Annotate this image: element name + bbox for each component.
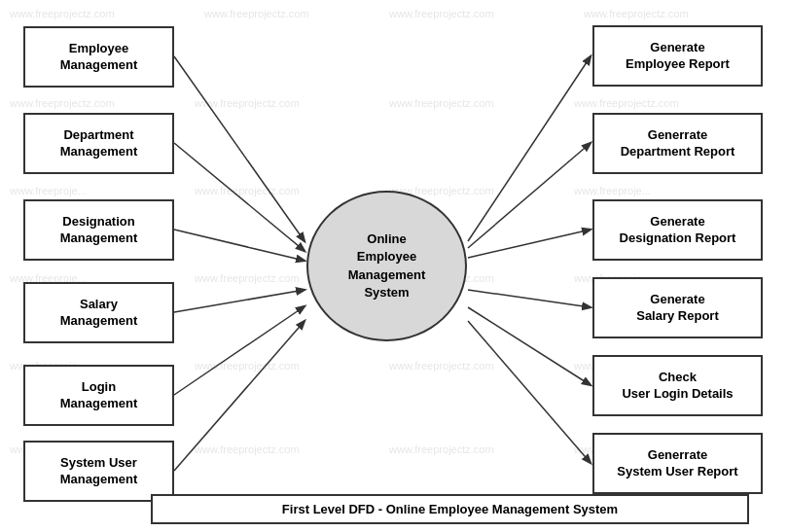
box-gen-salary-report: GenerateSalary Report	[592, 277, 763, 338]
svg-line-1	[174, 143, 304, 251]
watermark-6: www.freeprojectz.com	[195, 97, 300, 109]
svg-line-8	[468, 230, 591, 258]
box-check-login: CheckUser Login Details	[592, 355, 763, 416]
svg-line-0	[174, 56, 304, 241]
watermark-3: www.freeprojectz.com	[389, 8, 494, 19]
svg-line-5	[174, 321, 304, 471]
watermark-19: www.freeprojectz.com	[389, 360, 494, 372]
box-gen-designation-report: GenerateDesignation Report	[592, 199, 763, 261]
watermark-23: www.freeprojectz.com	[389, 443, 494, 455]
watermark-22: www.freeprojectz.com	[195, 443, 300, 455]
watermark-18: www.freeprojectz.com	[195, 360, 300, 372]
watermark-5: www.freeprojectz.com	[10, 97, 115, 109]
box-gen-sysuser-report: GenerrateSystem User Report	[592, 433, 763, 494]
watermark-10: www.freeprojectz.com	[195, 185, 300, 196]
watermark-8: www.freeprojectz.com	[574, 97, 679, 109]
box-employee-management: Employee Management	[23, 26, 174, 88]
svg-line-10	[468, 307, 591, 385]
box-gen-department-report: GenerrateDepartment Report	[592, 113, 763, 174]
watermark-4: www.freeprojectz.com	[584, 8, 689, 19]
svg-line-6	[468, 56, 591, 241]
watermark-12: www.freeproje...	[574, 185, 651, 196]
diagram-container: www.freeprojectz.com www.freeprojectz.co…	[0, 0, 788, 532]
box-login-management: LoginManagement	[23, 365, 174, 426]
watermark-1: www.freeprojectz.com	[10, 8, 115, 19]
box-designation-management: DesignationManagement	[23, 199, 174, 261]
box-salary-management: SalaryManagement	[23, 282, 174, 343]
svg-line-2	[174, 230, 304, 261]
svg-line-11	[468, 321, 591, 463]
svg-line-7	[468, 143, 591, 248]
svg-line-4	[174, 306, 304, 395]
watermark-7: www.freeprojectz.com	[389, 97, 494, 109]
center-circle: OnlineEmployeeManagementSystem	[306, 191, 467, 341]
bottom-label: First Level DFD - Online Employee Manage…	[151, 494, 749, 524]
svg-line-3	[174, 290, 304, 312]
box-department-management: DepartmentManagement	[23, 113, 174, 174]
box-gen-employee-report: GenerateEmployee Report	[592, 25, 763, 87]
watermark-2: www.freeprojectz.com	[204, 8, 309, 19]
watermark-9: www.freeproje...	[10, 185, 87, 196]
svg-line-9	[468, 290, 591, 307]
box-sysuser-management: System UserManagement	[23, 441, 174, 502]
watermark-14: www.freeprojectz.com	[195, 272, 300, 284]
